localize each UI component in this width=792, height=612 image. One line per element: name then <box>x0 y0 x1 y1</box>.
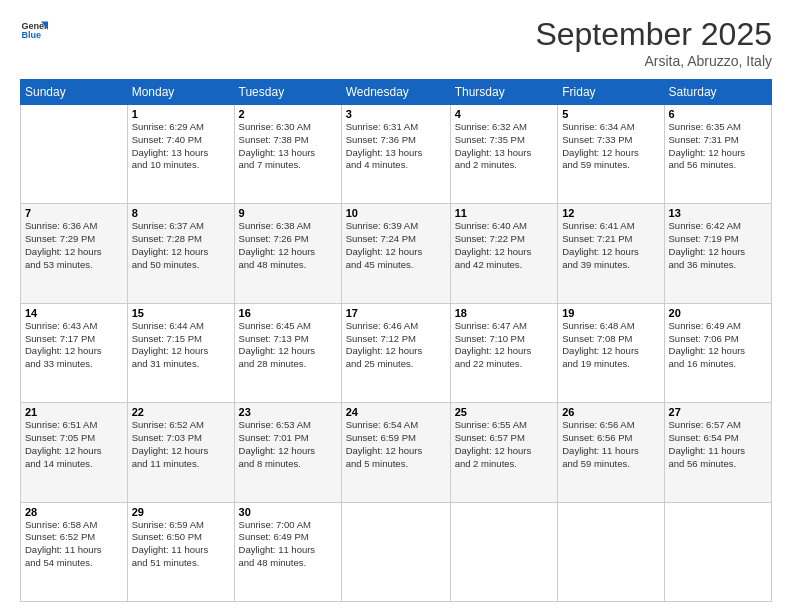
day-info: Sunrise: 6:32 AMSunset: 7:35 PMDaylight:… <box>455 121 554 172</box>
table-row <box>21 105 128 204</box>
table-row: 7Sunrise: 6:36 AMSunset: 7:29 PMDaylight… <box>21 204 128 303</box>
table-row: 24Sunrise: 6:54 AMSunset: 6:59 PMDayligh… <box>341 403 450 502</box>
col-sunday: Sunday <box>21 80 128 105</box>
table-row: 11Sunrise: 6:40 AMSunset: 7:22 PMDayligh… <box>450 204 558 303</box>
col-wednesday: Wednesday <box>341 80 450 105</box>
table-row: 2Sunrise: 6:30 AMSunset: 7:38 PMDaylight… <box>234 105 341 204</box>
day-info: Sunrise: 6:53 AMSunset: 7:01 PMDaylight:… <box>239 419 337 470</box>
table-row: 19Sunrise: 6:48 AMSunset: 7:08 PMDayligh… <box>558 303 664 402</box>
day-number: 30 <box>239 506 337 518</box>
day-number: 1 <box>132 108 230 120</box>
day-info: Sunrise: 6:39 AMSunset: 7:24 PMDaylight:… <box>346 220 446 271</box>
col-monday: Monday <box>127 80 234 105</box>
day-info: Sunrise: 6:45 AMSunset: 7:13 PMDaylight:… <box>239 320 337 371</box>
day-info: Sunrise: 6:43 AMSunset: 7:17 PMDaylight:… <box>25 320 123 371</box>
col-saturday: Saturday <box>664 80 771 105</box>
day-number: 13 <box>669 207 767 219</box>
table-row: 20Sunrise: 6:49 AMSunset: 7:06 PMDayligh… <box>664 303 771 402</box>
month-title: September 2025 <box>535 16 772 53</box>
day-info: Sunrise: 6:57 AMSunset: 6:54 PMDaylight:… <box>669 419 767 470</box>
day-info: Sunrise: 6:47 AMSunset: 7:10 PMDaylight:… <box>455 320 554 371</box>
table-row: 16Sunrise: 6:45 AMSunset: 7:13 PMDayligh… <box>234 303 341 402</box>
table-row: 22Sunrise: 6:52 AMSunset: 7:03 PMDayligh… <box>127 403 234 502</box>
table-row: 23Sunrise: 6:53 AMSunset: 7:01 PMDayligh… <box>234 403 341 502</box>
week-row: 1Sunrise: 6:29 AMSunset: 7:40 PMDaylight… <box>21 105 772 204</box>
day-number: 14 <box>25 307 123 319</box>
day-number: 25 <box>455 406 554 418</box>
day-number: 29 <box>132 506 230 518</box>
table-row: 6Sunrise: 6:35 AMSunset: 7:31 PMDaylight… <box>664 105 771 204</box>
day-info: Sunrise: 6:41 AMSunset: 7:21 PMDaylight:… <box>562 220 659 271</box>
day-info: Sunrise: 6:49 AMSunset: 7:06 PMDaylight:… <box>669 320 767 371</box>
week-row: 21Sunrise: 6:51 AMSunset: 7:05 PMDayligh… <box>21 403 772 502</box>
table-row: 9Sunrise: 6:38 AMSunset: 7:26 PMDaylight… <box>234 204 341 303</box>
day-info: Sunrise: 6:54 AMSunset: 6:59 PMDaylight:… <box>346 419 446 470</box>
day-number: 7 <box>25 207 123 219</box>
table-row: 12Sunrise: 6:41 AMSunset: 7:21 PMDayligh… <box>558 204 664 303</box>
day-number: 18 <box>455 307 554 319</box>
table-row: 25Sunrise: 6:55 AMSunset: 6:57 PMDayligh… <box>450 403 558 502</box>
day-number: 6 <box>669 108 767 120</box>
day-info: Sunrise: 6:34 AMSunset: 7:33 PMDaylight:… <box>562 121 659 172</box>
day-number: 12 <box>562 207 659 219</box>
table-row: 15Sunrise: 6:44 AMSunset: 7:15 PMDayligh… <box>127 303 234 402</box>
day-info: Sunrise: 6:44 AMSunset: 7:15 PMDaylight:… <box>132 320 230 371</box>
table-row: 28Sunrise: 6:58 AMSunset: 6:52 PMDayligh… <box>21 502 128 601</box>
day-info: Sunrise: 6:31 AMSunset: 7:36 PMDaylight:… <box>346 121 446 172</box>
day-number: 10 <box>346 207 446 219</box>
table-row: 27Sunrise: 6:57 AMSunset: 6:54 PMDayligh… <box>664 403 771 502</box>
day-number: 27 <box>669 406 767 418</box>
day-info: Sunrise: 6:48 AMSunset: 7:08 PMDaylight:… <box>562 320 659 371</box>
table-row <box>664 502 771 601</box>
day-info: Sunrise: 6:29 AMSunset: 7:40 PMDaylight:… <box>132 121 230 172</box>
day-info: Sunrise: 6:40 AMSunset: 7:22 PMDaylight:… <box>455 220 554 271</box>
day-info: Sunrise: 6:51 AMSunset: 7:05 PMDaylight:… <box>25 419 123 470</box>
day-info: Sunrise: 6:58 AMSunset: 6:52 PMDaylight:… <box>25 519 123 570</box>
day-number: 9 <box>239 207 337 219</box>
day-number: 23 <box>239 406 337 418</box>
day-info: Sunrise: 7:00 AMSunset: 6:49 PMDaylight:… <box>239 519 337 570</box>
day-number: 20 <box>669 307 767 319</box>
week-row: 7Sunrise: 6:36 AMSunset: 7:29 PMDaylight… <box>21 204 772 303</box>
col-friday: Friday <box>558 80 664 105</box>
table-row <box>558 502 664 601</box>
col-thursday: Thursday <box>450 80 558 105</box>
table-row: 10Sunrise: 6:39 AMSunset: 7:24 PMDayligh… <box>341 204 450 303</box>
day-info: Sunrise: 6:46 AMSunset: 7:12 PMDaylight:… <box>346 320 446 371</box>
table-row: 3Sunrise: 6:31 AMSunset: 7:36 PMDaylight… <box>341 105 450 204</box>
day-number: 8 <box>132 207 230 219</box>
day-info: Sunrise: 6:38 AMSunset: 7:26 PMDaylight:… <box>239 220 337 271</box>
day-number: 22 <box>132 406 230 418</box>
day-number: 24 <box>346 406 446 418</box>
table-row <box>341 502 450 601</box>
header-row: Sunday Monday Tuesday Wednesday Thursday… <box>21 80 772 105</box>
col-tuesday: Tuesday <box>234 80 341 105</box>
day-info: Sunrise: 6:35 AMSunset: 7:31 PMDaylight:… <box>669 121 767 172</box>
day-info: Sunrise: 6:59 AMSunset: 6:50 PMDaylight:… <box>132 519 230 570</box>
day-info: Sunrise: 6:56 AMSunset: 6:56 PMDaylight:… <box>562 419 659 470</box>
logo: General Blue <box>20 16 48 44</box>
svg-text:Blue: Blue <box>21 30 41 40</box>
table-row: 14Sunrise: 6:43 AMSunset: 7:17 PMDayligh… <box>21 303 128 402</box>
day-number: 19 <box>562 307 659 319</box>
table-row: 17Sunrise: 6:46 AMSunset: 7:12 PMDayligh… <box>341 303 450 402</box>
table-row: 13Sunrise: 6:42 AMSunset: 7:19 PMDayligh… <box>664 204 771 303</box>
week-row: 28Sunrise: 6:58 AMSunset: 6:52 PMDayligh… <box>21 502 772 601</box>
day-number: 3 <box>346 108 446 120</box>
day-info: Sunrise: 6:55 AMSunset: 6:57 PMDaylight:… <box>455 419 554 470</box>
day-number: 16 <box>239 307 337 319</box>
day-number: 4 <box>455 108 554 120</box>
day-number: 21 <box>25 406 123 418</box>
calendar-table: Sunday Monday Tuesday Wednesday Thursday… <box>20 79 772 602</box>
day-number: 17 <box>346 307 446 319</box>
day-info: Sunrise: 6:52 AMSunset: 7:03 PMDaylight:… <box>132 419 230 470</box>
location: Arsita, Abruzzo, Italy <box>535 53 772 69</box>
table-row: 4Sunrise: 6:32 AMSunset: 7:35 PMDaylight… <box>450 105 558 204</box>
week-row: 14Sunrise: 6:43 AMSunset: 7:17 PMDayligh… <box>21 303 772 402</box>
table-row: 5Sunrise: 6:34 AMSunset: 7:33 PMDaylight… <box>558 105 664 204</box>
day-number: 28 <box>25 506 123 518</box>
day-info: Sunrise: 6:37 AMSunset: 7:28 PMDaylight:… <box>132 220 230 271</box>
day-info: Sunrise: 6:42 AMSunset: 7:19 PMDaylight:… <box>669 220 767 271</box>
table-row: 18Sunrise: 6:47 AMSunset: 7:10 PMDayligh… <box>450 303 558 402</box>
table-row: 8Sunrise: 6:37 AMSunset: 7:28 PMDaylight… <box>127 204 234 303</box>
